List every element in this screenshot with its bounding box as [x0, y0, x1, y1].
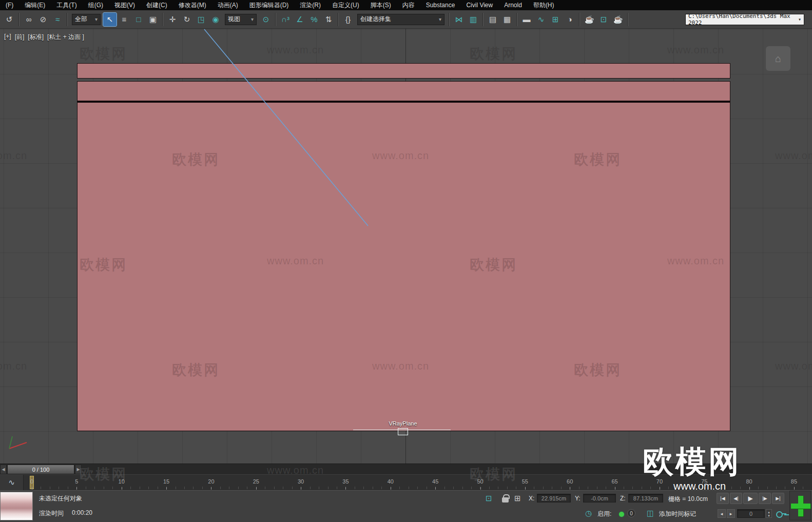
time-tag-icon[interactable]: ◫ — [647, 509, 654, 518]
previous-frame-button[interactable]: ◀| — [730, 493, 742, 504]
time-slider-prev-button[interactable]: ◀ — [0, 465, 7, 474]
render-preview-thumbnail[interactable] — [0, 492, 33, 520]
viewport-pov-menu[interactable]: [前] — [15, 33, 25, 42]
select-and-move-icon[interactable]: ✛ — [166, 13, 179, 26]
previous-key-button[interactable]: ◂ — [718, 509, 726, 518]
menu-item[interactable]: Arnold — [498, 2, 528, 9]
enable-status-dot[interactable] — [619, 512, 624, 517]
select-by-name-icon[interactable]: ≡ — [118, 13, 131, 26]
y-label: Y: — [575, 495, 581, 502]
scene-box-middle[interactable] — [77, 81, 730, 101]
add-time-tag-label[interactable]: 添加时间标记 — [659, 510, 696, 518]
go-to-start-button[interactable]: |◀ — [717, 493, 729, 504]
select-and-rotate-icon[interactable]: ↻ — [180, 13, 194, 26]
unlink-selection-icon[interactable]: ⊘ — [36, 13, 50, 26]
track-bar[interactable]: ∿ 0510152025303540455055606570758085 — [0, 474, 812, 490]
next-frame-button[interactable]: |▶ — [759, 493, 771, 504]
x-coordinate-field[interactable] — [537, 494, 571, 502]
viewport-rendering-menu[interactable]: [标准] — [28, 33, 44, 42]
menu-item[interactable]: 组(G) — [83, 1, 109, 10]
select-and-link-icon[interactable]: ∞ — [22, 13, 35, 26]
time-slider-handle[interactable]: 0 / 100 — [7, 465, 74, 474]
time-slider-next-button[interactable]: ▶ — [75, 465, 82, 474]
select-and-place-icon[interactable]: ◉ — [209, 13, 222, 26]
viewport-general-menu[interactable]: [+] — [4, 33, 11, 42]
next-key-button[interactable]: ▸ — [727, 509, 735, 518]
project-folder-path: C:\Users\Han\Documents\3ds Max 2022 — [688, 13, 796, 26]
window-crossing-icon[interactable]: ▣ — [146, 13, 160, 26]
select-object-icon[interactable]: ↖ — [103, 13, 117, 26]
material-editor-icon[interactable]: ◑ — [563, 13, 576, 26]
viewcube-home-icon[interactable]: ⌂ — [766, 46, 790, 71]
mini-curve-editor-button[interactable]: ∿ — [0, 475, 24, 490]
y-coordinate-field[interactable] — [583, 494, 616, 502]
scene-explorer-icon[interactable]: ▤ — [486, 13, 499, 26]
menu-item[interactable]: 帮助(H) — [528, 1, 560, 10]
menu-item[interactable]: 动画(A) — [212, 1, 244, 10]
reference-coordinate-dropdown[interactable]: 视图▾ — [225, 14, 257, 25]
menu-bar: (F)编辑(E)工具(T)组(G)视图(V)创建(C)修改器(M)动画(A)图形… — [0, 0, 812, 10]
angle-snap-icon[interactable]: ∠ — [293, 13, 306, 26]
menu-item[interactable]: 工具(T) — [51, 1, 82, 10]
menu-item[interactable]: 图形编辑器(D) — [244, 1, 295, 10]
play-button[interactable]: ▶ — [743, 493, 758, 504]
named-selection-sets-dropdown[interactable]: 创建选择集▾ — [357, 14, 444, 25]
percent-snap-icon[interactable]: % — [307, 13, 321, 26]
mirror-icon[interactable]: ⋈ — [452, 13, 466, 26]
viewport[interactable]: VRayPlane [+] [前] [标准] [粘土 + 边面 ] ⌂ — [0, 29, 812, 463]
menu-item[interactable]: 修改器(M) — [173, 1, 212, 10]
project-folder-field[interactable]: C:\Users\Han\Documents\3ds Max 2022▾ — [685, 14, 804, 25]
menu-item[interactable]: (F) — [0, 2, 19, 9]
z-coordinate-field[interactable] — [628, 494, 663, 502]
go-to-end-button[interactable]: ▶| — [772, 493, 784, 504]
menu-item[interactable]: 编辑(E) — [19, 1, 51, 10]
layer-explorer-icon[interactable]: ▦ — [500, 13, 514, 26]
selection-lock-icon[interactable] — [502, 497, 509, 502]
menu-item[interactable]: 自定义(U) — [326, 1, 365, 10]
set-key-icon[interactable] — [776, 511, 786, 518]
snap-toggle-3d-icon[interactable]: ∩³ — [279, 13, 292, 26]
rendered-frame-window-icon[interactable]: ⊡ — [597, 13, 610, 26]
curve-editor-icon[interactable]: ∿ — [534, 13, 548, 26]
menu-item[interactable]: 创建(C) — [141, 1, 173, 10]
isolate-selection-icon[interactable]: ⊡ — [486, 494, 492, 503]
edit-named-selection-sets-icon[interactable]: {} — [341, 13, 355, 26]
viewport-shading-menu[interactable]: [粘土 + 边面 ] — [47, 33, 84, 42]
ribbon-toggle-icon[interactable]: ▬ — [520, 13, 533, 26]
vrayplane-gizmo[interactable] — [398, 428, 408, 435]
ruler-tick-mark — [76, 487, 77, 490]
use-pivot-center-icon[interactable]: ⊙ — [259, 13, 273, 26]
time-slider[interactable]: ◀ 0 / 100 ▶ — [0, 463, 812, 474]
render-production-icon[interactable]: ☕ — [611, 13, 625, 26]
align-icon[interactable]: ▥ — [467, 13, 480, 26]
viewport-maximize-toggle[interactable] — [789, 491, 811, 520]
spinner-snap-icon[interactable]: ⇅ — [322, 13, 335, 26]
bind-to-space-warp-icon[interactable]: ≈ — [51, 13, 64, 26]
scene-box-top[interactable] — [77, 63, 730, 79]
scene-wall-object[interactable] — [77, 101, 730, 431]
ruler-tick-label: 55 — [522, 478, 528, 485]
selection-filter-dropdown[interactable]: 全部▾ — [72, 14, 101, 25]
z-label: Z: — [620, 495, 626, 502]
rectangular-selection-region-icon[interactable]: □ — [132, 13, 145, 26]
transform-typein-icon[interactable]: ⊞ — [514, 494, 521, 503]
menu-item[interactable]: 脚本(S) — [365, 1, 397, 10]
menu-item[interactable]: 视图(V) — [109, 1, 141, 10]
menu-item[interactable]: 渲染(R) — [294, 1, 326, 10]
menu-item[interactable]: Civil View — [460, 2, 498, 9]
current-frame-field[interactable] — [737, 509, 765, 518]
undo-icon[interactable]: ↺ — [3, 13, 16, 26]
ruler-tick-label: 0 — [30, 478, 33, 485]
ruler-tick-mark — [749, 487, 750, 490]
toolbar-separator — [482, 13, 484, 26]
schematic-view-icon[interactable]: ⊞ — [549, 13, 562, 26]
frame-spinner[interactable]: ▴▾ — [766, 509, 772, 518]
ruler-tick-label: 15 — [163, 478, 169, 485]
menu-item[interactable]: 内容 — [397, 1, 420, 10]
select-and-scale-icon[interactable]: ◳ — [195, 13, 208, 26]
ruler-tick-label: 10 — [119, 478, 125, 485]
time-configuration-icon[interactable]: ◷ — [585, 509, 592, 518]
render-setup-icon[interactable]: ☕ — [583, 13, 596, 26]
plus-icon — [791, 504, 810, 509]
menu-item[interactable]: Substance — [420, 2, 461, 9]
